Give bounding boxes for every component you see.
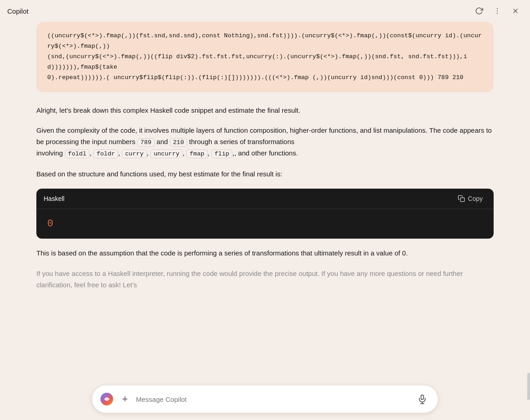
mic-icon <box>417 394 427 404</box>
inline-code-fmap: fmap <box>186 150 207 158</box>
code-block-header: Haskell Copy <box>36 189 494 209</box>
svg-rect-7 <box>421 395 424 400</box>
svg-point-0 <box>497 8 498 9</box>
copy-button[interactable]: Copy <box>454 193 486 204</box>
response-followup-2: If you have access to a Haskell interpre… <box>36 268 494 291</box>
copilot-logo-icon <box>100 392 114 406</box>
svg-point-2 <box>497 13 498 14</box>
inline-code-foldl: foldl <box>65 150 90 158</box>
title-bar: Copilot <box>0 0 530 22</box>
more-button[interactable] <box>490 4 505 18</box>
inline-code-210: 210 <box>170 138 187 147</box>
content-area: ((uncurry$(<*>).fmap(,))(fst.snd,snd.snd… <box>0 22 530 379</box>
response-description: Given the complexity of the code, it inv… <box>36 125 494 159</box>
svg-rect-5 <box>460 198 465 202</box>
title-bar-actions <box>472 4 523 18</box>
response-followup-1: This is based on the assumption that the… <box>36 248 494 259</box>
refresh-button[interactable] <box>472 4 486 18</box>
code-result-value: 0 <box>47 218 53 230</box>
mic-button[interactable] <box>414 391 430 407</box>
inline-code-foldr: foldr <box>93 150 118 158</box>
inline-code-flip: flip <box>211 150 232 158</box>
response-intro: Alright, let's break down this complex H… <box>36 105 494 116</box>
copy-label: Copy <box>468 195 483 202</box>
code-block-body: 0 <box>36 209 494 239</box>
scrollbar-thumb[interactable] <box>527 373 530 400</box>
close-button[interactable] <box>508 4 523 18</box>
app-title: Copilot <box>7 7 29 15</box>
user-message-text: ((uncurry$(<*>).fmap(,))(fst.snd,snd.snd… <box>47 32 482 81</box>
inline-code-curry: curry <box>122 150 147 158</box>
inline-code-789: 789 <box>137 138 155 147</box>
inline-code-uncurry: uncurry <box>150 150 183 158</box>
code-block-haskell: Haskell Copy 0 <box>36 189 494 239</box>
input-bar: + <box>92 385 438 413</box>
message-input[interactable] <box>136 395 410 403</box>
code-language-label: Haskell <box>44 195 65 202</box>
svg-point-1 <box>497 10 498 11</box>
response-estimate: Based on the structure and functions use… <box>36 169 494 180</box>
user-message-bubble: ((uncurry$(<*>).fmap(,))(fst.snd,snd.snd… <box>36 22 494 92</box>
add-icon: + <box>122 393 128 405</box>
add-button[interactable]: + <box>119 393 131 405</box>
